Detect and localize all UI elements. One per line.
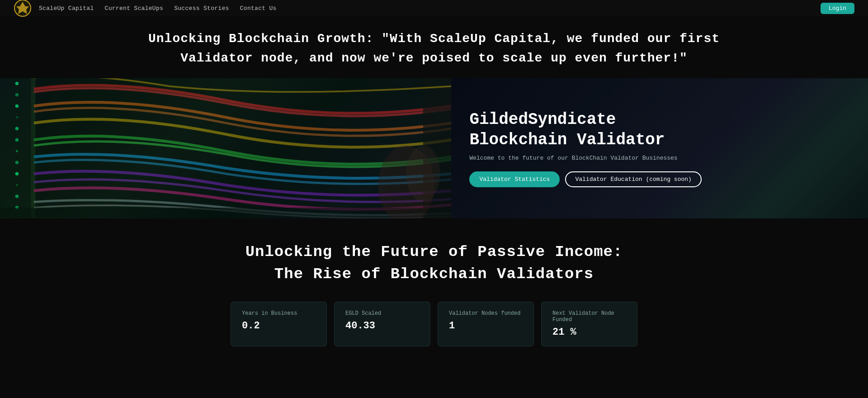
passive-income-title: Unlocking the Future of Passive Income: … (9, 241, 859, 286)
svg-point-13 (15, 172, 19, 175)
stat-validator-nodes-funded: Validator Nodes funded 1 (438, 302, 534, 346)
stat-egld-value: 40.33 (345, 320, 419, 332)
banner-buttons: Validator Statistics Validator Education… (469, 171, 850, 187)
svg-point-10 (15, 138, 19, 141)
validator-statistics-button[interactable]: Validator Statistics (469, 171, 560, 187)
svg-point-8 (16, 116, 18, 118)
navigation: ScaleUp Capital Current ScaleUps Success… (0, 0, 868, 16)
stat-egld-label: EGLD Scaled (345, 310, 419, 317)
nav-links: ScaleUp Capital Current ScaleUps Success… (39, 4, 277, 12)
stat-nodes-label: Validator Nodes funded (449, 310, 523, 317)
nav-contact-us[interactable]: Contact Us (240, 5, 277, 12)
banner-text-block: GildedSyndicate Blockchain Validator Wel… (469, 109, 850, 187)
stats-row: Years in Business 0.2 EGLD Scaled 40.33 … (231, 302, 637, 346)
company-subtitle: Welcome to the future of our BlockChain … (469, 155, 850, 161)
svg-point-5 (15, 82, 19, 85)
validator-education-button[interactable]: Validator Education (coming soon) (565, 171, 701, 187)
stat-years-value: 0.2 (242, 320, 316, 332)
svg-point-20 (406, 146, 440, 202)
svg-point-14 (16, 184, 18, 186)
stat-next-validator-node: Next Validator Node Funded 21 % (541, 302, 637, 346)
company-title: GildedSyndicate Blockchain Validator (469, 109, 850, 150)
stat-next-label: Next Validator Node Funded (552, 310, 626, 323)
svg-point-15 (15, 194, 19, 198)
banner-section: GildedSyndicate Blockchain Validator Wel… (0, 78, 868, 218)
stat-next-value: 21 % (552, 327, 626, 338)
stat-years-in-business: Years in Business 0.2 (231, 302, 327, 346)
hero-quote-text: Unlocking Blockchain Growth: "With Scale… (9, 29, 859, 68)
login-button[interactable]: Login (821, 3, 854, 14)
stat-egld-scaled: EGLD Scaled 40.33 (334, 302, 430, 346)
svg-point-11 (16, 150, 18, 152)
svg-rect-4 (31, 78, 36, 218)
svg-point-9 (15, 127, 19, 130)
nav-current-scaleups[interactable]: Current ScaleUps (105, 5, 164, 12)
hero-quote-section: Unlocking Blockchain Growth: "With Scale… (0, 16, 868, 78)
stat-years-label: Years in Business (242, 310, 316, 317)
svg-rect-17 (0, 208, 451, 218)
banner-left-image (0, 78, 451, 218)
stat-nodes-value: 1 (449, 320, 523, 332)
svg-point-6 (15, 93, 19, 96)
banner-right-content: GildedSyndicate Blockchain Validator Wel… (451, 78, 868, 218)
logo (14, 0, 32, 17)
svg-point-7 (15, 104, 19, 107)
svg-point-12 (15, 161, 19, 164)
nav-success-stories[interactable]: Success Stories (174, 5, 229, 12)
passive-income-section: Unlocking the Future of Passive Income: … (0, 218, 868, 360)
nav-scaleup-capital[interactable]: ScaleUp Capital (39, 5, 94, 12)
